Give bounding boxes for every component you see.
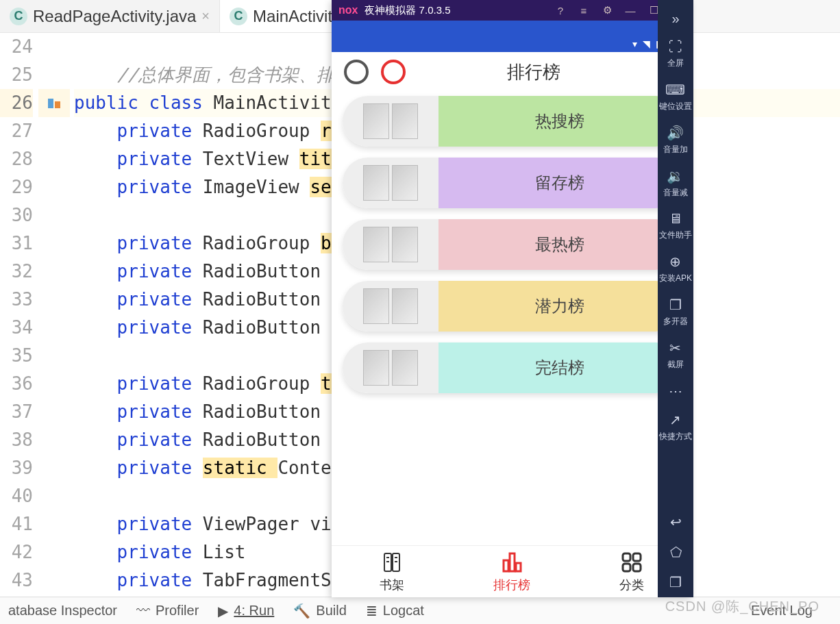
rank-thumb bbox=[343, 96, 438, 147]
tab-label: ReadPageActivity.java bbox=[33, 7, 196, 26]
rank-label: 完结榜 bbox=[438, 342, 681, 393]
android-status-bar: ▾ ◥ ▮ 5:06 bbox=[332, 36, 692, 52]
svg-rect-10 bbox=[504, 560, 508, 571]
side-icon: 🔉 bbox=[667, 168, 684, 184]
side-label: 快捷方式 bbox=[659, 431, 692, 442]
tool-run[interactable]: ▶4: Run bbox=[218, 603, 274, 619]
watermark: CSDN @陈_CHEN_PO bbox=[665, 597, 819, 616]
side-icon: 🔊 bbox=[667, 125, 684, 141]
svg-rect-13 bbox=[623, 553, 630, 561]
rank-label: 热搜榜 bbox=[438, 96, 681, 147]
svg-rect-12 bbox=[516, 563, 521, 571]
rank-label: 留存榜 bbox=[438, 158, 681, 208]
minimize-icon[interactable]: — bbox=[622, 5, 639, 16]
rank-thumb bbox=[343, 342, 438, 393]
side-icon: ⊕ bbox=[669, 253, 681, 270]
side-label: 安装APK bbox=[659, 273, 692, 284]
side-icon: ⋯ bbox=[669, 383, 682, 399]
side-icon: ❐ bbox=[669, 297, 682, 313]
rank-label: 最热榜 bbox=[438, 219, 681, 270]
nav-label: 书架 bbox=[380, 577, 404, 593]
tool-profiler[interactable]: 〰Profiler bbox=[136, 603, 199, 619]
tool-logcat[interactable]: ≣Logcat bbox=[366, 603, 424, 619]
female-icon[interactable] bbox=[381, 60, 406, 84]
side-button[interactable]: 🔊音量加 bbox=[659, 118, 692, 161]
android-recents-button[interactable]: ❐ bbox=[658, 567, 693, 597]
rank-label: 潜力榜 bbox=[438, 281, 681, 332]
close-icon[interactable]: × bbox=[201, 8, 210, 24]
side-button[interactable]: ⊕安装APK bbox=[659, 247, 692, 290]
collapse-icon[interactable]: » bbox=[658, 4, 693, 32]
rank-item[interactable]: 完结榜 bbox=[343, 342, 681, 393]
emulator-sidepanel: » ⛶全屏⌨键位设置🔊音量加🔉音量减🖥文件助手⊕安装APK❐多开器✂截屏⋯↗快捷… bbox=[658, 0, 693, 597]
side-button[interactable]: ↗快捷方式 bbox=[659, 405, 692, 448]
rank-item[interactable]: 潜力榜 bbox=[343, 281, 681, 332]
emulator-window: nox 夜神模拟器 7.0.3.5 ? ≡ ⚙ — ☐ ✕ ▾ ◥ ▮ 5:06… bbox=[332, 0, 692, 597]
nav-item[interactable]: 书架 bbox=[332, 546, 452, 597]
editor-tab[interactable]: CReadPageActivity.java× bbox=[0, 0, 220, 32]
svg-rect-15 bbox=[623, 564, 630, 571]
svg-rect-0 bbox=[48, 99, 53, 108]
emulator-title: 夜神模拟器 7.0.3.5 bbox=[365, 4, 450, 17]
help-icon[interactable]: ? bbox=[552, 5, 569, 16]
line-gutter: 2425262728293031323334353637383940414243 bbox=[0, 33, 38, 597]
settings-icon[interactable]: ⚙ bbox=[599, 4, 615, 16]
rank-item[interactable]: 留存榜 bbox=[343, 158, 681, 208]
svg-rect-14 bbox=[633, 553, 641, 561]
icon-gutter bbox=[38, 33, 70, 597]
wifi-icon: ▾ bbox=[632, 38, 637, 49]
nav-item[interactable]: 排行榜 bbox=[452, 546, 571, 597]
side-label: 多开器 bbox=[663, 316, 688, 327]
emulator-titlebar[interactable]: nox 夜神模拟器 7.0.3.5 ? ≡ ⚙ — ☐ ✕ bbox=[332, 0, 692, 21]
nav-label: 排行榜 bbox=[493, 577, 530, 593]
svg-rect-16 bbox=[633, 564, 641, 571]
side-button[interactable]: 🖥文件助手 bbox=[659, 204, 692, 247]
side-icon: ⌨ bbox=[665, 82, 685, 98]
male-icon[interactable] bbox=[344, 60, 369, 84]
svg-rect-11 bbox=[510, 553, 515, 571]
tool-db-inspector[interactable]: atabase Inspector bbox=[8, 603, 117, 619]
side-label: 文件助手 bbox=[659, 229, 692, 241]
rank-list: 热搜榜留存榜最热榜潜力榜完结榜 bbox=[332, 92, 692, 408]
rank-thumb bbox=[343, 158, 438, 208]
emulator-menubar bbox=[332, 21, 692, 36]
nox-logo: nox bbox=[338, 4, 358, 16]
android-back-button[interactable]: ↩ bbox=[658, 507, 693, 537]
side-icon: 🖥 bbox=[669, 211, 682, 227]
side-label: 截屏 bbox=[667, 359, 684, 371]
side-label: 全屏 bbox=[667, 58, 684, 69]
nav-icon bbox=[620, 551, 643, 574]
nav-label: 分类 bbox=[619, 577, 644, 593]
side-icon: ↗ bbox=[669, 412, 681, 428]
bottom-nav: 书架排行榜分类 bbox=[332, 545, 692, 597]
side-button[interactable]: ⋯ bbox=[659, 376, 692, 405]
app-title: 排行榜 bbox=[418, 60, 650, 84]
side-button[interactable]: ⛶全屏 bbox=[659, 32, 692, 75]
side-icon: ✂ bbox=[669, 340, 681, 356]
side-button[interactable]: ⌨键位设置 bbox=[659, 75, 692, 118]
side-label: 键位设置 bbox=[659, 101, 692, 112]
side-button[interactable]: 🔉音量减 bbox=[659, 161, 692, 204]
signal-icon: ◥ bbox=[643, 38, 650, 49]
rank-item[interactable]: 最热榜 bbox=[343, 219, 681, 270]
rank-thumb bbox=[343, 281, 438, 332]
android-home-button[interactable]: ⬠ bbox=[658, 537, 693, 567]
rank-thumb bbox=[343, 219, 438, 270]
file-type-icon: C bbox=[230, 8, 247, 25]
svg-rect-1 bbox=[55, 101, 60, 108]
side-label: 音量减 bbox=[663, 187, 688, 199]
nav-icon bbox=[380, 551, 404, 574]
side-button[interactable]: ❐多开器 bbox=[659, 290, 692, 333]
menu-icon[interactable]: ≡ bbox=[576, 5, 592, 16]
side-button[interactable]: ✂截屏 bbox=[659, 333, 692, 376]
side-icon: ⛶ bbox=[669, 39, 682, 55]
tool-build[interactable]: 🔨Build bbox=[293, 603, 346, 619]
rank-item[interactable]: 热搜榜 bbox=[343, 96, 681, 147]
phone-screen: 排行榜 热搜榜留存榜最热榜潜力榜完结榜 书架排行榜分类 bbox=[332, 52, 692, 597]
file-type-icon: C bbox=[10, 8, 27, 25]
app-header: 排行榜 bbox=[332, 52, 692, 92]
side-label: 音量加 bbox=[663, 144, 688, 155]
nav-icon bbox=[500, 551, 523, 574]
